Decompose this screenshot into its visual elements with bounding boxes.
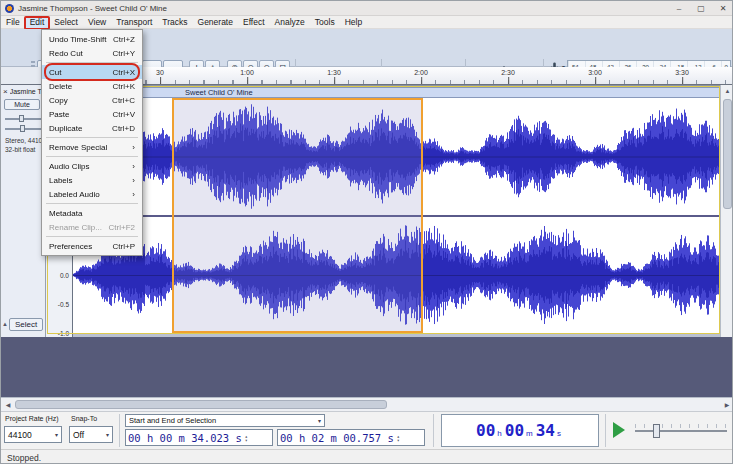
menu-item-rename-clip[interactable]: Rename Clip...Ctrl+F2	[42, 220, 142, 234]
timeline-label: 3:00	[588, 69, 602, 76]
menu-help[interactable]: Help	[340, 16, 367, 29]
maximize-button[interactable]: ▢	[690, 1, 712, 16]
title-bar: Jasmine Thompson - Sweet Child O' Mine –…	[1, 1, 733, 16]
menu-item-copy[interactable]: CopyCtrl+C	[42, 93, 142, 107]
audacity-window: Jasmine Thompson - Sweet Child O' Mine –…	[0, 0, 733, 464]
menu-separator	[46, 62, 138, 63]
spinner-icon[interactable]: ▴▾	[245, 434, 248, 442]
selection-region[interactable]	[172, 98, 423, 333]
menu-select[interactable]: Select	[49, 16, 83, 29]
toolbar-separator	[433, 414, 434, 447]
snap-to-label: Snap-To	[71, 415, 97, 422]
selection-mode-select[interactable]: Start and End of Selection▾	[125, 414, 325, 427]
edit-menu-dropdown: Undo Time-ShiftCtrl+ZRedo CutCtrl+YCutCt…	[41, 29, 143, 256]
menu-separator	[46, 137, 138, 138]
selection-mode-value: Start and End of Selection	[129, 416, 216, 425]
toolbar-separator	[605, 414, 606, 447]
audio-position-display[interactable]: 00h 00m 34s	[441, 414, 599, 447]
selection-end-field[interactable]: 00 h 02 m 00.757 s ▴▾	[277, 429, 425, 446]
menu-item-undo-time-shift[interactable]: Undo Time-ShiftCtrl+Z	[42, 32, 142, 46]
selection-start-value: 00 h 00 m 34.023 s	[128, 432, 242, 444]
slider-ticks	[635, 424, 727, 428]
scroll-up-icon[interactable]: ▲	[721, 85, 733, 97]
snap-to-select[interactable]: Off▾	[69, 426, 113, 443]
empty-project-area	[1, 337, 733, 397]
toolbar-separator	[119, 414, 120, 447]
slider-thumb[interactable]	[653, 424, 660, 438]
timeline-label: 2:30	[501, 69, 515, 76]
clip-title: Sweet Child O' Mine	[185, 88, 253, 97]
selection-end-value: 00 h 02 m 00.757 s	[280, 432, 394, 444]
menu-transport[interactable]: Transport	[111, 16, 157, 29]
selection-start-field[interactable]: 00 h 00 m 34.023 s ▴▾	[125, 429, 273, 446]
amplitude-label: -1.0	[58, 330, 69, 337]
menu-separator	[46, 156, 138, 157]
timeline-label: 1:00	[240, 69, 254, 76]
project-rate-label: Project Rate (Hz)	[5, 415, 59, 422]
timeline-label: 3:30	[675, 69, 689, 76]
snap-to-value: Off	[73, 430, 84, 440]
spinner-icon[interactable]: ▴▾	[397, 434, 400, 442]
project-rate-select[interactable]: 44100▾	[4, 426, 62, 443]
menu-item-duplicate[interactable]: DuplicateCtrl+D	[42, 121, 142, 135]
amplitude-label: -0.5	[58, 301, 69, 308]
selection-toolbar: Project Rate (Hz) 44100▾ Snap-To Off▾ St…	[1, 411, 733, 449]
scroll-right-icon[interactable]: ▶	[720, 398, 733, 411]
menu-item-remove-special[interactable]: Remove Special›	[42, 140, 142, 154]
menu-item-metadata[interactable]: Metadata	[42, 206, 142, 220]
timeline-label: 30	[156, 69, 164, 76]
menu-item-delete[interactable]: DeleteCtrl+K	[42, 79, 142, 93]
clip-header[interactable]: Sweet Child O' Mine	[73, 87, 720, 98]
menu-view[interactable]: View	[83, 16, 111, 29]
amplitude-label: 0.0	[60, 272, 69, 279]
track-select-button[interactable]: Select	[9, 318, 43, 331]
track-close-button[interactable]: ×	[3, 87, 8, 96]
timeline-label: 2:00	[414, 69, 428, 76]
window-title: Jasmine Thompson - Sweet Child O' Mine	[18, 4, 167, 13]
menu-effect[interactable]: Effect	[238, 16, 270, 29]
menu-edit[interactable]: Edit	[25, 16, 50, 29]
menu-item-preferences[interactable]: PreferencesCtrl+P	[42, 239, 142, 253]
audacity-logo-icon	[5, 4, 14, 13]
menu-file[interactable]: File	[1, 16, 25, 29]
project-rate-value: 44100	[8, 430, 32, 440]
track-collapse-icon[interactable]: ▲	[2, 321, 8, 327]
menu-tracks[interactable]: Tracks	[157, 16, 192, 29]
menu-item-cut[interactable]: CutCtrl+X	[42, 65, 142, 79]
track-format-label: Stereo, 44100Hz	[5, 137, 44, 144]
horizontal-scroll-thumb[interactable]	[15, 400, 387, 409]
menu-item-redo-cut[interactable]: Redo CutCtrl+Y	[42, 46, 142, 60]
menu-item-paste[interactable]: PasteCtrl+V	[42, 107, 142, 121]
close-button[interactable]: ✕	[712, 1, 733, 16]
playback-speed-slider[interactable]	[635, 420, 727, 440]
horizontal-scrollbar[interactable]: ◀ ▶	[1, 397, 733, 411]
menu-generate[interactable]: Generate	[193, 16, 238, 29]
menu-separator	[46, 203, 138, 204]
status-text: Stopped.	[7, 453, 41, 463]
menu-tools[interactable]: Tools	[310, 16, 340, 29]
vertical-scroll-thumb[interactable]	[723, 99, 732, 209]
status-bar: Stopped.	[1, 449, 733, 464]
track-bitdepth-label: 32-bit float	[5, 146, 44, 153]
menu-item-labels[interactable]: Labels›	[42, 173, 142, 187]
pan-slider[interactable]	[5, 125, 41, 132]
menu-separator	[46, 236, 138, 237]
menu-item-audio-clips[interactable]: Audio Clips›	[42, 159, 142, 173]
mute-button[interactable]: Mute	[4, 99, 40, 110]
menu-bar: FileEditSelectViewTransportTracksGenerat…	[1, 16, 733, 29]
scroll-left-icon[interactable]: ◀	[1, 398, 15, 411]
track-control-panel: × Jasmine Thompson - Sweet Child O' Mine…	[1, 85, 46, 337]
menu-item-labeled-audio[interactable]: Labeled Audio›	[42, 187, 142, 201]
track-name[interactable]: Jasmine Thompson - Sweet Child O' Mine	[10, 88, 44, 95]
minimize-button[interactable]: –	[668, 1, 690, 16]
slider-groove	[635, 430, 727, 432]
play-icon	[613, 422, 625, 438]
gain-slider[interactable]	[5, 115, 41, 122]
timeline-label: 1:30	[327, 69, 341, 76]
timeline-ticks	[73, 80, 733, 84]
menu-analyze[interactable]: Analyze	[270, 16, 310, 29]
play-at-speed-button[interactable]	[613, 422, 627, 438]
